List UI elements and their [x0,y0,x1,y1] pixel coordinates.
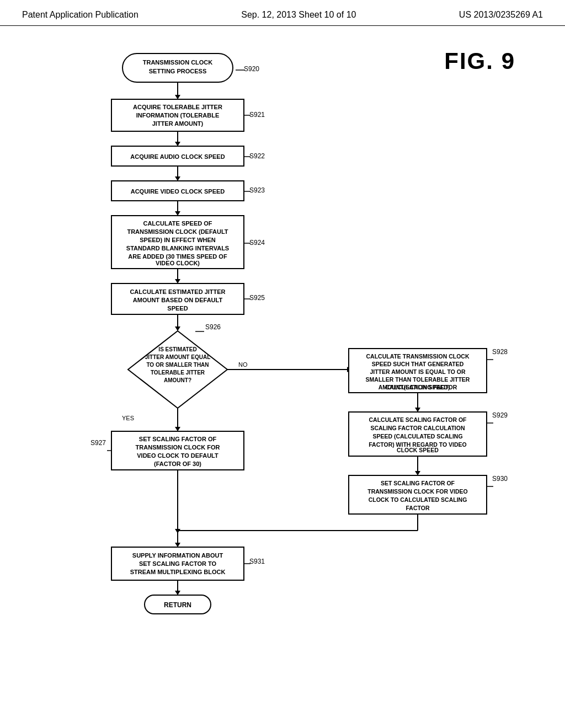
svg-text:CALCULATE SPEED OF: CALCULATE SPEED OF [143,220,212,227]
svg-marker-56 [175,427,180,431]
svg-text:VIDEO CLOCK TO DEFAULT: VIDEO CLOCK TO DEFAULT [137,452,218,459]
svg-text:TRANSMISSION CLOCK (DEFAULT: TRANSMISSION CLOCK (DEFAULT [127,228,228,235]
svg-text:TRANSMISSION CLOCK FOR: TRANSMISSION CLOCK FOR [136,444,220,451]
svg-text:SPEED) IN EFFECT WHEN: SPEED) IN EFFECT WHEN [140,237,216,243]
svg-marker-14 [175,142,180,146]
svg-text:STANDARD BLANKING INTERVALS: STANDARD BLANKING INTERVALS [126,245,229,251]
svg-text:(FACTOR OF 30): (FACTOR OF 30) [154,461,201,467]
svg-text:AMOUNT?: AMOUNT? [164,377,191,383]
svg-text:FACTOR: FACTOR [406,505,430,511]
svg-text:S920: S920 [244,65,259,73]
svg-text:CLOCK TO CALCULATED SCALING: CLOCK TO CALCULATED SCALING [369,496,467,503]
svg-text:NO: NO [238,361,248,368]
svg-marker-87 [415,471,420,475]
svg-marker-6 [175,95,180,99]
svg-text:YES: YES [122,415,134,421]
svg-text:TRANSMISSION CLOCK: TRANSMISSION CLOCK [143,59,213,66]
svg-text:S923: S923 [249,186,265,194]
svg-text:S928: S928 [492,348,508,356]
svg-text:JITTER AMOUNT): JITTER AMOUNT) [152,120,204,127]
svg-text:TO OR SMALLER THAN: TO OR SMALLER THAN [146,362,209,368]
page-header: Patent Application Publication Sep. 12, … [0,0,565,26]
svg-text:S927: S927 [90,439,106,447]
svg-text:SPEED SUCH THAT GENERATED: SPEED SUCH THAT GENERATED [372,361,464,367]
svg-text:SPEED: SPEED [167,305,188,312]
svg-text:SCALING FACTOR CALCULATION: SCALING FACTOR CALCULATION [370,425,465,431]
svg-text:ARE ADDED (30 TIMES SPEED OF: ARE ADDED (30 TIMES SPEED OF [128,253,227,260]
flowchart-svg: TRANSMISSION CLOCK SETTING PROCESS S920 … [56,42,509,704]
svg-text:S930: S930 [492,475,508,483]
header-left: Patent Application Publication [22,10,138,20]
svg-marker-77 [415,408,420,412]
header-right: US 2013/0235269 A1 [459,10,543,20]
svg-text:SET SCALING FACTOR TO: SET SCALING FACTOR TO [139,560,217,567]
svg-text:TRANSMISSION CLOCK FOR VIDEO: TRANSMISSION CLOCK FOR VIDEO [367,488,467,495]
svg-text:SMALLER THAN TOLERABLE JITTER: SMALLER THAN TOLERABLE JITTER [366,376,470,383]
svg-text:CALCULATION SPEED): CALCULATION SPEED) [385,384,450,390]
svg-text:VIDEO CLOCK): VIDEO CLOCK) [156,260,200,266]
svg-text:CALCULATE TRANSMISSION CLOCK: CALCULATE TRANSMISSION CLOCK [366,353,469,360]
svg-text:S922: S922 [249,152,265,160]
svg-text:AMOUNT BASED ON DEFAULT: AMOUNT BASED ON DEFAULT [133,297,223,303]
svg-text:S931: S931 [249,558,265,565]
svg-text:S926: S926 [205,323,221,331]
svg-text:ACQUIRE TOLERABLE JITTER: ACQUIRE TOLERABLE JITTER [133,104,222,110]
svg-text:S924: S924 [249,239,265,247]
svg-text:S929: S929 [492,411,508,419]
header-center: Sep. 12, 2013 Sheet 10 of 10 [241,10,356,20]
svg-text:JITTER AMOUNT EQUAL: JITTER AMOUNT EQUAL [145,354,211,360]
svg-text:IS ESTIMATED: IS ESTIMATED [158,346,196,352]
svg-text:CALCULATE SCALING FACTOR OF: CALCULATE SCALING FACTOR OF [369,416,467,423]
svg-text:SET SCALING FACTOR OF: SET SCALING FACTOR OF [381,480,455,486]
svg-text:CLOCK SPEED: CLOCK SPEED [397,447,439,453]
svg-text:RETURN: RETURN [164,601,191,609]
diagram-area: FIG. 9 TRANSMISSION CLOCK SETTING PROCES… [0,26,565,721]
svg-marker-108 [175,591,180,595]
svg-text:CALCULATE ESTIMATED JITTER: CALCULATE ESTIMATED JITTER [130,288,225,295]
svg-text:INFORMATION (TOLERABLE: INFORMATION (TOLERABLE [136,112,220,119]
svg-text:TOLERABLE JITTER: TOLERABLE JITTER [151,370,205,376]
svg-text:ACQUIRE VIDEO CLOCK SPEED: ACQUIRE VIDEO CLOCK SPEED [131,188,225,195]
svg-text:S925: S925 [249,294,265,302]
svg-marker-100 [175,543,180,547]
svg-text:S921: S921 [249,111,265,119]
svg-text:JITTER AMOUNT IS EQUAL TO OR: JITTER AMOUNT IS EQUAL TO OR [370,368,465,375]
svg-marker-26 [175,211,180,216]
svg-text:STREAM MULTIPLEXING BLOCK: STREAM MULTIPLEXING BLOCK [130,569,226,575]
svg-text:SET SCALING FACTOR OF: SET SCALING FACTOR OF [139,436,217,442]
svg-text:SETTING PROCESS: SETTING PROCESS [149,68,207,74]
figure-label: FIG. 9 [444,48,515,74]
svg-marker-37 [175,279,180,283]
svg-text:SPEED (CALCULATED SCALING: SPEED (CALCULATED SCALING [372,433,462,440]
svg-text:ACQUIRE AUDIO CLOCK SPEED: ACQUIRE AUDIO CLOCK SPEED [130,153,225,160]
svg-text:SUPPLY INFORMATION ABOUT: SUPPLY INFORMATION ABOUT [132,552,223,559]
svg-marker-20 [175,176,180,181]
